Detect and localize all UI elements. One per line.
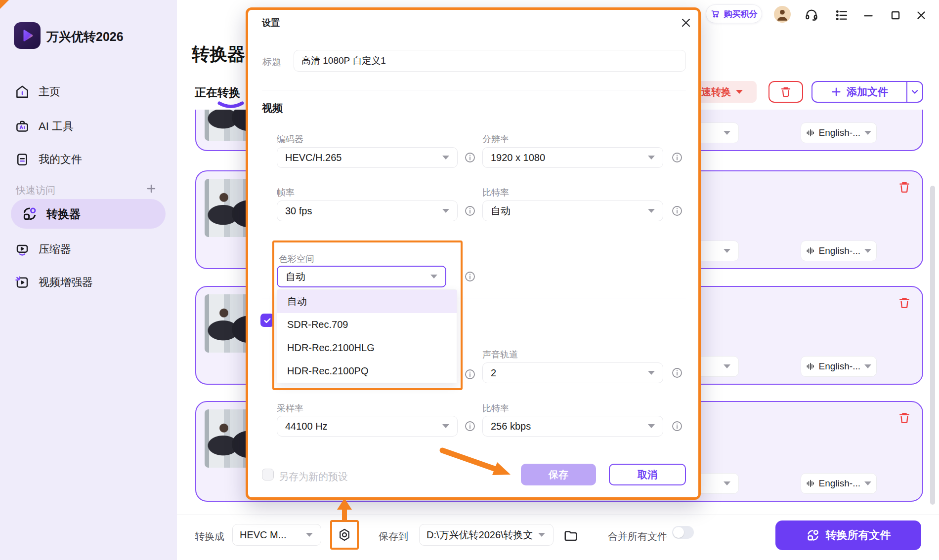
audio-track-dropdown[interactable]: 2 (482, 362, 663, 383)
video-bitrate-value: 自动 (491, 204, 511, 218)
samplerate-info-button[interactable] (464, 420, 476, 432)
video-section-title: 视频 (262, 101, 283, 115)
colorspace-dropdown[interactable]: 自动 (277, 266, 446, 287)
gear-icon (338, 528, 351, 542)
audio-bitrate-dropdown[interactable]: 256 kbps (482, 416, 663, 437)
cart-icon (711, 9, 721, 19)
sidebar-item-converter[interactable]: 转换器 (11, 199, 166, 229)
info-icon (671, 152, 683, 163)
support-button[interactable] (805, 8, 818, 22)
resolution-info-button[interactable] (671, 152, 683, 163)
audio-bitrate-label: 比特率 (482, 402, 509, 414)
trash-icon (779, 85, 792, 98)
encoder-dropdown[interactable]: HEVC/H.265 (277, 147, 458, 168)
save-button[interactable]: 保存 (521, 464, 596, 485)
app-title: 万兴优转2026 (46, 29, 124, 45)
task-list-button[interactable] (835, 9, 848, 22)
colorspace-option[interactable]: 自动 (277, 290, 457, 313)
sidebar: 万兴优转2026 主页 AI 工具 我的文件 快速访问 (0, 0, 177, 560)
cancel-button[interactable]: 取消 (609, 464, 686, 485)
info-icon (464, 205, 476, 217)
audio-encoder-info-button[interactable] (464, 368, 476, 380)
user-avatar[interactable] (774, 6, 791, 23)
chevron-down-icon (442, 424, 449, 428)
files-icon (15, 152, 30, 167)
settings-gear-button[interactable] (338, 528, 351, 542)
video-enhancer-icon (15, 275, 30, 290)
gear-annotation-arrow (334, 498, 355, 520)
minimize-button[interactable] (862, 9, 875, 22)
video-bitrate-dropdown[interactable]: 自动 (482, 200, 663, 221)
audio-track-value: 2 (491, 367, 496, 379)
sidebar-item-home[interactable]: 主页 (15, 80, 163, 104)
chevron-down-icon (910, 87, 920, 97)
cancel-label: 取消 (638, 468, 657, 481)
delete-file-button[interactable] (897, 296, 911, 310)
speed-convert-label: 速转换 (701, 85, 731, 99)
sidebar-item-label: 主页 (39, 84, 60, 99)
close-icon (680, 17, 692, 29)
colorspace-option[interactable]: HDR-Rec.2100HLG (277, 336, 457, 360)
app-logo (14, 22, 41, 49)
divider (262, 90, 686, 90)
preset-name-input[interactable]: 高清 1080P 自定义1 (294, 50, 686, 72)
maximize-button[interactable] (889, 9, 902, 22)
quick-access-add-button[interactable] (145, 183, 157, 195)
add-files-more-button[interactable] (907, 82, 922, 102)
framerate-dropdown[interactable]: 30 fps (277, 200, 458, 221)
delete-file-button[interactable] (897, 180, 911, 194)
audio-track-info-button[interactable] (671, 367, 683, 379)
delete-all-button[interactable] (768, 81, 803, 103)
audio-section-checkbox[interactable] (260, 314, 274, 327)
bottom-bar: 转换成 HEVC M... 保存到 D:\万兴优转2026\转换文 合并所有文件… (177, 515, 939, 560)
framerate-info-button[interactable] (464, 205, 476, 217)
sidebar-item-my-files[interactable]: 我的文件 (15, 148, 163, 171)
output-path-dropdown[interactable]: D:\万兴优转2026\转换文 (419, 524, 554, 546)
dialog-close-button[interactable] (680, 17, 692, 29)
info-icon (464, 271, 476, 282)
colorspace-info-button[interactable] (464, 271, 476, 282)
sidebar-item-video-enhancer[interactable]: 视频增强器 (15, 271, 163, 294)
merge-all-toggle[interactable] (672, 526, 694, 539)
colorspace-option[interactable]: SDR-Rec.709 (277, 313, 457, 336)
sidebar-item-label: AI 工具 (39, 119, 74, 134)
audio-track-label: 声音轨道 (482, 349, 518, 360)
audio-track-dropdown[interactable]: English-... (801, 473, 877, 494)
output-format-dropdown[interactable]: HEVC M... (232, 524, 321, 546)
info-icon (671, 420, 683, 432)
chevron-down-icon (864, 249, 871, 253)
convert-all-button[interactable]: 转换所有文件 (775, 520, 921, 550)
sidebar-item-compressor[interactable]: 压缩器 (15, 238, 163, 261)
compressor-icon (15, 242, 30, 257)
sidebar-item-label: 我的文件 (39, 152, 82, 167)
tab-converting[interactable]: 正在转换 (195, 85, 240, 100)
buy-credits-button[interactable]: 购买积分 (706, 4, 762, 23)
chevron-down-icon (724, 131, 730, 135)
audio-bitrate-value: 256 kbps (491, 421, 531, 432)
add-files-main[interactable]: 添加文件 (812, 82, 906, 102)
video-bitrate-info-button[interactable] (671, 205, 683, 217)
trash-icon (897, 180, 911, 194)
resolution-dropdown[interactable]: 1920 x 1080 (482, 147, 663, 168)
colorspace-option[interactable]: HDR-Rec.2100PQ (277, 360, 457, 383)
close-window-button[interactable] (915, 9, 928, 22)
sidebar-item-label: 视频增强器 (39, 275, 93, 290)
add-files-button[interactable]: 添加文件 (811, 81, 923, 103)
audio-track-dropdown[interactable]: English-... (801, 122, 877, 143)
scrollbar[interactable] (930, 186, 935, 505)
samplerate-dropdown[interactable]: 44100 Hz (277, 416, 458, 437)
quick-access-label: 快速访问 (16, 184, 55, 197)
add-files-label: 添加文件 (847, 85, 888, 99)
audio-track-dropdown[interactable]: English-... (801, 240, 877, 261)
save-label: 保存 (549, 468, 568, 481)
convert-to-label: 转换成 (195, 530, 224, 543)
open-folder-button[interactable] (563, 528, 578, 543)
delete-file-button[interactable] (897, 411, 911, 425)
audio-track-dropdown[interactable]: English-... (801, 356, 877, 377)
sidebar-item-ai-tools[interactable]: AI 工具 (15, 115, 163, 138)
save-as-preset-checkbox[interactable] (262, 469, 274, 480)
encoder-info-button[interactable] (464, 152, 476, 163)
audio-bitrate-info-button[interactable] (671, 420, 683, 432)
check-icon (263, 316, 272, 325)
trash-icon (897, 411, 911, 425)
